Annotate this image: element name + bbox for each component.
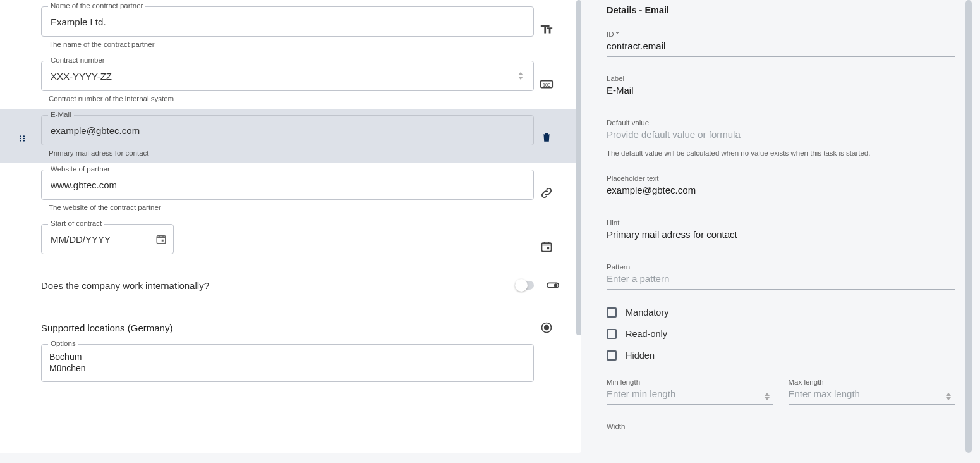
detail-field-hint[interactable]: Hint Primary mail adress for contact (607, 219, 955, 245)
radio-type-icon (534, 321, 559, 334)
link-type-icon (534, 170, 559, 200)
svg-rect-10 (542, 243, 552, 251)
field-label: Start of contract (48, 219, 104, 227)
field-placeholder: XXX-YYYY-ZZ (51, 71, 524, 82)
field-hint: The website of the contract partner (49, 204, 534, 211)
detail-field-pattern[interactable]: Pattern Enter a pattern (607, 263, 955, 290)
detail-field-label[interactable]: Label E-Mail (607, 75, 955, 101)
field-row-locations[interactable]: Supported locations (Germany) Options Bo… (0, 310, 581, 388)
field-placeholder: Example Ltd. (51, 16, 524, 27)
form-builder-canvas[interactable]: Name of the contract partner Example Ltd… (0, 0, 581, 453)
details-title: Details - Email (607, 5, 955, 15)
toggle-switch[interactable] (515, 281, 534, 290)
detail-field-width[interactable]: Width (607, 423, 955, 430)
field-label: Default value (607, 119, 955, 127)
calendar-picker-icon[interactable] (155, 233, 167, 245)
field-placeholder: MM/DD/YYYY (51, 234, 164, 245)
option-item: Bochum (49, 351, 526, 362)
field-label: Min length (607, 378, 773, 386)
scrollbar[interactable] (965, 0, 972, 453)
field-label: Width (607, 423, 955, 430)
field-value[interactable]: example@gbtec.com (607, 185, 955, 201)
date-type-icon (534, 224, 559, 253)
field-label: ID * (607, 30, 955, 38)
field-label: Max length (789, 378, 955, 386)
input-email[interactable]: E-Mail example@gbtec.com (41, 115, 534, 145)
svg-point-6 (23, 138, 25, 139)
field-label: Placeholder text (607, 175, 955, 182)
field-placeholder: example@gbtec.com (51, 125, 524, 136)
question-text: Supported locations (Germany) (41, 323, 534, 333)
number-spinner-icon[interactable] (518, 70, 527, 82)
input-name[interactable]: Name of the contract partner Example Ltd… (41, 6, 534, 37)
checkbox-mandatory[interactable]: Mandatory (607, 307, 955, 318)
checkbox-label: Read-only (626, 329, 667, 339)
options-input[interactable]: Options Bochum München (41, 344, 534, 382)
svg-text:100: 100 (543, 82, 550, 88)
field-hint: Primary mail adress for contact (49, 149, 534, 157)
svg-point-2 (20, 135, 21, 137)
detail-field-minlength[interactable]: Min length Enter min length (607, 378, 773, 405)
detail-field-maxlength[interactable]: Max length Enter max length (789, 378, 955, 405)
question-text: Does the company work internationally? (41, 280, 515, 291)
field-placeholder[interactable]: Enter max length (789, 388, 955, 405)
field-placeholder[interactable]: Enter a pattern (607, 273, 955, 290)
number-spinner-icon[interactable] (765, 390, 773, 403)
svg-point-15 (545, 326, 549, 330)
field-label: Label (607, 75, 955, 82)
svg-point-3 (20, 138, 21, 139)
field-hint: Contract number of the internal system (49, 95, 534, 102)
field-hint: The name of the contract partner (49, 40, 534, 48)
field-placeholder[interactable]: Provide default value or formula (607, 129, 955, 145)
svg-rect-8 (157, 236, 166, 244)
field-row-international[interactable]: Does the company work internationally? (0, 261, 581, 310)
checkbox-hidden[interactable]: Hidden (607, 350, 955, 361)
checkbox-icon[interactable] (607, 350, 617, 361)
text-type-icon (534, 6, 559, 37)
detail-field-placeholder[interactable]: Placeholder text example@gbtec.com (607, 175, 955, 201)
field-row-start-date[interactable]: Start of contract MM/DD/YYYY (0, 218, 581, 261)
field-label: Contract number (48, 56, 107, 64)
input-website[interactable]: Website of partner www.gbtec.com (41, 170, 534, 200)
checkbox-label: Hidden (626, 350, 655, 361)
svg-point-5 (23, 135, 25, 137)
field-sub-hint: The default value will be calculated whe… (607, 149, 955, 157)
input-start-date[interactable]: Start of contract MM/DD/YYYY (41, 224, 174, 254)
scrollbar[interactable] (576, 0, 581, 335)
option-item: München (49, 362, 526, 374)
checkbox-label: Mandatory (626, 307, 669, 318)
svg-rect-11 (547, 247, 549, 249)
field-label: Name of the contract partner (48, 2, 145, 9)
field-value[interactable]: E-Mail (607, 85, 955, 101)
field-value[interactable]: contract.email (607, 40, 955, 57)
field-label: Website of partner (48, 165, 112, 173)
svg-point-7 (23, 140, 25, 141)
field-row-name[interactable]: Name of the contract partner Example Ltd… (0, 0, 581, 54)
field-placeholder: www.gbtec.com (51, 180, 524, 190)
checkbox-icon[interactable] (607, 307, 617, 318)
field-row-email[interactable]: E-Mail example@gbtec.com Primary mail ad… (0, 109, 581, 163)
field-label: Pattern (607, 263, 955, 271)
detail-field-default[interactable]: Default value Provide default value or f… (607, 119, 955, 157)
svg-point-4 (20, 140, 21, 141)
checkbox-readonly[interactable]: Read-only (607, 329, 955, 339)
field-row-contract-number[interactable]: Contract number XXX-YYYY-ZZ Contract num… (0, 54, 581, 109)
drag-handle-icon[interactable] (18, 134, 27, 143)
detail-field-id[interactable]: ID * contract.email (607, 30, 955, 57)
toggle-type-icon (540, 278, 566, 292)
field-label: E-Mail (48, 111, 74, 118)
details-panel: Details - Email ID * contract.email Labe… (594, 0, 980, 453)
options-label: Options (48, 340, 78, 347)
field-row-website[interactable]: Website of partner www.gbtec.com The web… (0, 163, 581, 218)
checkbox-icon[interactable] (607, 329, 617, 339)
pane-divider[interactable] (581, 0, 594, 463)
field-value[interactable]: Primary mail adress for contact (607, 229, 955, 245)
input-contract-number[interactable]: Contract number XXX-YYYY-ZZ (41, 61, 534, 91)
number-spinner-icon[interactable] (946, 390, 955, 403)
svg-rect-9 (162, 240, 164, 242)
field-label: Hint (607, 219, 955, 226)
field-placeholder[interactable]: Enter min length (607, 388, 773, 405)
number-type-icon: 100 (534, 61, 559, 91)
delete-icon[interactable] (534, 115, 559, 143)
svg-point-13 (554, 283, 558, 287)
